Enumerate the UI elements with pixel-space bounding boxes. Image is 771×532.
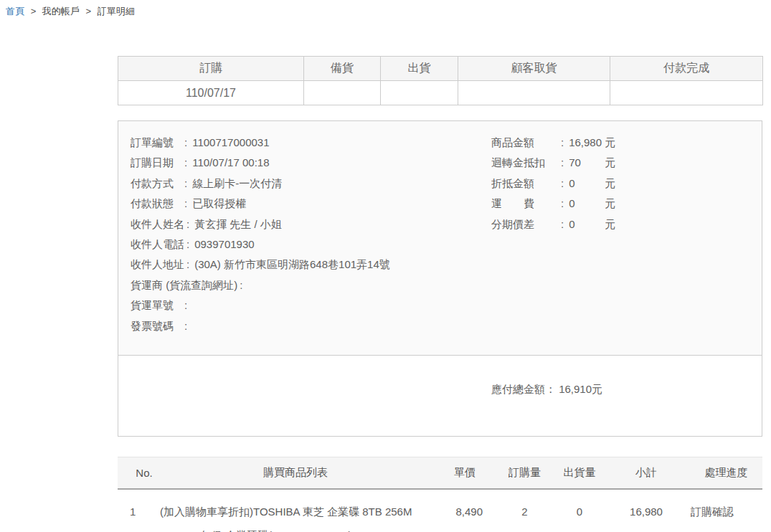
order-items-table: No. 購買商品列表 單價 訂購量 出貨量 小計 處理進度 1 (加入購物車享折…: [118, 457, 762, 532]
item-progress-status: 訂購確認: [685, 489, 762, 532]
info-row-order-number: 訂單編號:1100717000031: [131, 133, 491, 153]
amount-unit: 元: [605, 156, 615, 168]
order-info-left-column: 訂單編號:1100717000031 訂購日期:110/07/17 00:18 …: [131, 133, 491, 336]
amount-unit: 元: [605, 177, 615, 189]
info-colon: :: [186, 258, 189, 270]
items-header-subtotal: 小計: [607, 457, 685, 490]
amount-label: 商品金額: [491, 133, 561, 153]
order-info-right-column: 商品金額:16,980元 迴轉金抵扣:70元 折抵金額:0元 運 費:0元 分期…: [491, 133, 762, 336]
info-label: 收件人地址: [131, 255, 184, 275]
items-header-product-list: 購買商品列表: [159, 457, 432, 490]
item-order-qty: 2: [498, 489, 552, 532]
order-info-upper: 訂單編號:1100717000031 訂購日期:110/07/17 00:18 …: [118, 121, 762, 356]
info-colon: :: [186, 238, 189, 250]
amount-row-installment-diff: 分期價差:0元: [491, 214, 762, 234]
status-header-pickup: 顧客取貨: [458, 57, 610, 81]
info-label: 發票號碼: [131, 316, 182, 336]
info-value: 110/07/17 00:18: [192, 156, 269, 168]
order-detail-page: 訂購 備貨 出貨 顧客取貨 付款完成 110/07/17 訂單編號:110071…: [118, 56, 762, 532]
item-row: 1 (加入購物車享折扣)TOSHIBA 東芝 企業碟 8TB 256M 7200…: [118, 489, 762, 532]
amount-colon: :: [561, 218, 564, 230]
amount-colon: :: [561, 156, 564, 168]
amount-unit: 元: [605, 136, 615, 148]
amount-row-shipping-fee: 運 費:0元: [491, 194, 762, 214]
order-info-panel: 訂單編號:1100717000031 訂購日期:110/07/17 00:18 …: [118, 120, 762, 437]
items-header-row: No. 購買商品列表 單價 訂購量 出貨量 小計 處理進度: [118, 457, 762, 490]
info-row-recipient-address: 收件人地址:(30A) 新竹市東區明湖路648巷101弄14號: [131, 255, 491, 275]
status-value-paid: [610, 81, 763, 105]
amount-label: 迴轉金抵扣: [491, 153, 561, 173]
info-value: 已取得授權: [192, 197, 246, 209]
amount-row-rebate-deduction: 迴轉金抵扣:70元: [491, 153, 762, 173]
status-value-prepare: [304, 81, 381, 105]
amount-value: 0: [569, 174, 605, 194]
status-header-order: 訂購: [118, 57, 304, 81]
info-colon: :: [186, 218, 189, 230]
items-header-ship-qty: 出貨量: [552, 457, 607, 490]
info-row-tracking-number: 貨運單號:: [131, 295, 491, 315]
info-colon: :: [184, 299, 187, 311]
amount-unit: 元: [605, 197, 615, 209]
total-value: 16,910元: [559, 383, 602, 395]
amount-row-discount: 折抵金額:0元: [491, 174, 762, 194]
info-row-carrier: 貨運商 (貨流查詢網址):: [131, 275, 491, 295]
items-header-order-qty: 訂購量: [498, 457, 552, 490]
amount-value: 16,980: [569, 133, 605, 153]
info-label: 付款狀態: [131, 194, 182, 214]
info-colon: :: [184, 177, 187, 189]
info-colon: :: [240, 279, 242, 291]
breadcrumb-separator: >: [85, 6, 91, 16]
info-value: 線上刷卡-一次付清: [192, 177, 282, 189]
breadcrumb-link-home[interactable]: 首頁: [6, 6, 24, 16]
info-label: 訂購日期: [131, 153, 182, 173]
amount-label: 運 費: [491, 194, 561, 214]
amount-value: 0: [569, 214, 605, 234]
item-unit-price: 8,490: [432, 489, 498, 532]
amount-colon: :: [561, 136, 564, 148]
info-value: (30A) 新竹市東區明湖路648巷101弄14號: [194, 258, 390, 270]
breadcrumb-item-my-account[interactable]: 我的帳戶: [42, 6, 80, 16]
amount-value: 0: [569, 194, 605, 214]
item-subtotal: 16,980: [607, 489, 685, 532]
amount-row-product-total: 商品金額:16,980元: [491, 133, 762, 153]
info-row-recipient-phone: 收件人電話:0939701930: [131, 234, 491, 255]
info-value: 0939701930: [194, 238, 254, 250]
items-header-unit-price: 單價: [432, 457, 498, 490]
info-colon: :: [184, 197, 187, 209]
info-row-payment-method: 付款方式:線上刷卡-一次付清: [131, 174, 491, 194]
status-value-order-date: 110/07/17: [118, 81, 304, 105]
items-header-no: No.: [118, 457, 159, 490]
amount-label: 分期價差: [491, 214, 561, 234]
info-row-recipient-name: 收件人姓名:黃玄揮 先生 / 小姐: [131, 214, 491, 234]
status-header-prepare: 備貨: [304, 57, 381, 81]
info-colon: :: [184, 136, 187, 148]
status-value-pickup: [458, 81, 610, 105]
amount-colon: :: [561, 197, 564, 209]
status-header-ship: 出貨: [381, 57, 458, 81]
info-colon: :: [184, 320, 187, 332]
items-header-progress: 處理進度: [685, 457, 762, 490]
info-row-invoice-number: 發票號碼:: [131, 316, 491, 336]
info-label: 貨運單號: [131, 295, 182, 315]
amount-value: 70: [569, 153, 605, 173]
item-product-name: (加入購物車享折扣)TOSHIBA 東芝 企業碟 8TB 256M 7200R …: [159, 489, 432, 532]
status-value-ship: [381, 81, 458, 105]
item-no: 1: [118, 489, 159, 532]
amount-unit: 元: [605, 218, 615, 230]
status-header-paid: 付款完成: [610, 57, 763, 81]
info-row-order-date: 訂購日期:110/07/17 00:18: [131, 153, 491, 173]
item-ship-qty: 0: [552, 489, 607, 532]
info-label: 訂單編號: [131, 133, 182, 153]
info-value: 1100717000031: [192, 136, 269, 148]
info-label: 付款方式: [131, 174, 182, 194]
order-status-table: 訂購 備貨 出貨 顧客取貨 付款完成 110/07/17: [118, 56, 763, 105]
info-row-payment-status: 付款狀態:已取得授權: [131, 194, 491, 214]
info-label: 收件人電話: [131, 234, 184, 255]
breadcrumb: 首頁 > 我的帳戶 > 訂單明細: [6, 5, 135, 18]
info-label: 收件人姓名: [131, 214, 184, 234]
info-value: 黃玄揮 先生 / 小姐: [194, 218, 282, 230]
total-label: 應付總金額：: [491, 383, 556, 395]
breadcrumb-item-order-detail: 訂單明細: [98, 6, 135, 16]
amount-label: 折抵金額: [491, 174, 561, 194]
amount-colon: :: [561, 177, 564, 189]
